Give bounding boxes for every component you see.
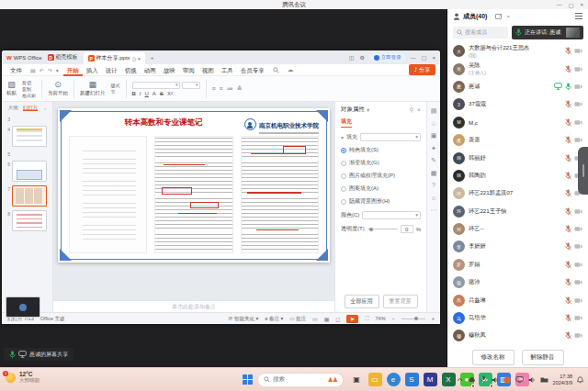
opacity-value[interactable]: 0	[401, 225, 413, 233]
fill-option-3[interactable]: 图案填充(A)	[341, 184, 421, 193]
wps-home-tab[interactable]: WWPS Office	[6, 55, 42, 61]
wps-menu-item-8[interactable]: 工具	[218, 64, 237, 76]
wps-menu-item-7[interactable]: 视图	[198, 64, 218, 76]
member-row[interactable]: 337蔻蔻	[447, 95, 588, 113]
align-left-icon[interactable]: ≡	[212, 85, 216, 93]
color-select[interactable]	[362, 211, 421, 219]
pin-icon[interactable]: ⚲	[409, 106, 413, 114]
member-row[interactable]: 骆骆沛	[447, 274, 588, 291]
slide-thumbnail-7[interactable]	[12, 185, 47, 207]
tray-cast-icon[interactable]	[515, 376, 524, 383]
wps-menu-item-2[interactable]: 设计	[102, 64, 121, 76]
member-row[interactable]: 韩韩陶韵	[447, 167, 588, 184]
font-size-select[interactable]	[182, 82, 200, 89]
fit-screen-icon[interactable]: ⛶	[365, 316, 368, 322]
font-family-select[interactable]	[132, 82, 180, 89]
reading-view-icon[interactable]: ◻	[335, 316, 340, 322]
task-view-icon[interactable]: ▣	[350, 373, 364, 386]
outline-tab[interactable]: 大纲	[8, 105, 18, 111]
member-row[interactable]: 蛋蛋蛋	[447, 131, 588, 149]
fill-option-4[interactable]: 隐藏背景图形(H)	[341, 197, 421, 206]
member-row[interactable]: 惠惠诚	[447, 78, 588, 95]
fill-option-2[interactable]: 图片或纹理填充(P)	[341, 172, 421, 180]
member-row[interactable]: 吴吴陈(主持人)	[447, 60, 588, 77]
slide-thumbnail-8[interactable]	[12, 210, 47, 231]
tray-folder-icon[interactable]	[540, 376, 548, 383]
tray-mic-icon[interactable]	[481, 375, 487, 384]
slide-canvas[interactable]: 转本高数和专业课笔记 南京机电职业技术学院	[53, 102, 334, 300]
member-row[interactable]: 韩韩丽妤	[447, 149, 588, 166]
split-view-icon[interactable]: ◫	[349, 54, 355, 61]
slide-thumbnail-4[interactable]	[12, 126, 47, 147]
copy-button[interactable]: 复制	[22, 86, 36, 92]
microsoft-store-icon[interactable]: S	[405, 373, 419, 386]
play-from-current-button[interactable]: ⊙当前开始	[48, 81, 68, 96]
redo-icon[interactable]: ↷	[48, 67, 52, 73]
m-app-icon[interactable]: M	[424, 373, 437, 386]
align-center-icon[interactable]: ≡	[220, 85, 223, 93]
comments-button[interactable]: ▭ 批注	[289, 316, 306, 322]
minimize-button[interactable]: —	[557, 2, 562, 7]
wps-minimize-button[interactable]: —	[411, 55, 416, 61]
wps-menu-item-6[interactable]: 审阅	[179, 64, 198, 76]
docer-tab[interactable]: D稻壳模板	[48, 53, 78, 61]
file-explorer-icon[interactable]: ▭	[368, 373, 382, 386]
section-caret-icon[interactable]: ▾	[341, 134, 344, 140]
undo-icon[interactable]: ↶	[40, 67, 44, 73]
excel-icon[interactable]: X	[442, 373, 456, 386]
superscript-button[interactable]: X²	[167, 91, 173, 96]
member-row[interactable]: 环环艺221郭孟淇07	[447, 184, 588, 202]
wps-share-button[interactable]: ⤴分享	[409, 64, 435, 75]
member-row[interactable]: MM.c	[447, 114, 588, 131]
rename-button[interactable]: 修改名称	[472, 350, 514, 365]
member-row[interactable]: 马马培华	[447, 309, 588, 327]
restore-button[interactable]: ▢	[569, 2, 574, 8]
close-button[interactable]: ×	[580, 2, 583, 7]
edge-browser-icon[interactable]: e	[387, 373, 401, 386]
panel-collapse-handle[interactable]	[578, 147, 588, 195]
member-row[interactable]: 罗罗娟	[447, 256, 588, 274]
wps-close-button[interactable]: ×	[432, 55, 435, 61]
cut-button[interactable]: 剪切	[22, 80, 36, 85]
strikethrough-button[interactable]: S	[160, 91, 164, 96]
zoom-in-button[interactable]: +	[432, 316, 435, 321]
bullet-list-icon[interactable]: ≔	[227, 85, 233, 93]
home-pane-icon[interactable]: ⌂	[432, 195, 435, 201]
member-row[interactable]: 大大数据与会计221王思杰(我)	[447, 42, 588, 60]
slide-sorter-icon[interactable]: ▦	[324, 316, 330, 322]
slide-thumbnail-6[interactable]	[12, 161, 47, 182]
slides-tab[interactable]: 幻灯片	[23, 105, 39, 111]
more-pane-icon[interactable]: ⋯	[431, 207, 437, 213]
wps-menu-item-5[interactable]: 放映	[160, 64, 179, 76]
tray-cloud-icon[interactable]	[468, 376, 476, 383]
edit-pane-icon[interactable]: ✎	[431, 157, 436, 163]
member-row[interactable]: 环环艺--	[447, 220, 588, 238]
layout-pane-icon[interactable]: ▦	[431, 170, 437, 176]
font-color-button[interactable]: A	[153, 91, 156, 96]
document-tab[interactable]: P样本分享.pptx◷ ▾	[84, 52, 145, 64]
more-icon[interactable]: ▾	[56, 67, 59, 73]
section-button[interactable]: 节	[111, 89, 120, 95]
fill-type-select[interactable]	[360, 133, 421, 141]
opacity-slider[interactable]	[368, 229, 398, 229]
underline-button[interactable]: U	[145, 91, 149, 96]
unmute-button[interactable]: 解除静音	[522, 350, 564, 365]
settings-gear-icon[interactable]: ⚙	[359, 54, 364, 61]
panel-menu-icon[interactable]	[575, 16, 582, 17]
wps-menu-item-1[interactable]: 插入	[83, 64, 102, 76]
animation-pane-icon[interactable]: ✦	[431, 145, 436, 151]
wps-menu-item-3[interactable]: 切换	[121, 64, 141, 76]
collapse-pane-icon[interactable]: ‹	[44, 106, 46, 111]
slideshow-button[interactable]: ▶	[346, 315, 358, 323]
member-row[interactable]: 环环艺221王子怡	[447, 203, 588, 220]
dropdown-caret-icon[interactable]: ▾	[367, 106, 369, 114]
italic-button[interactable]: I	[140, 91, 141, 96]
start-button[interactable]	[243, 374, 254, 385]
line-spacing-icon[interactable]: ≙	[237, 85, 243, 93]
reset-background-button[interactable]: 重置背景	[383, 295, 418, 308]
ribbon-search[interactable]	[273, 67, 279, 73]
format-painter-button[interactable]: 格式刷	[22, 93, 36, 98]
close-pane-icon[interactable]: ×	[417, 106, 421, 114]
notification-bell-icon[interactable]	[577, 376, 583, 384]
help-pane-icon[interactable]: ?	[432, 182, 435, 188]
